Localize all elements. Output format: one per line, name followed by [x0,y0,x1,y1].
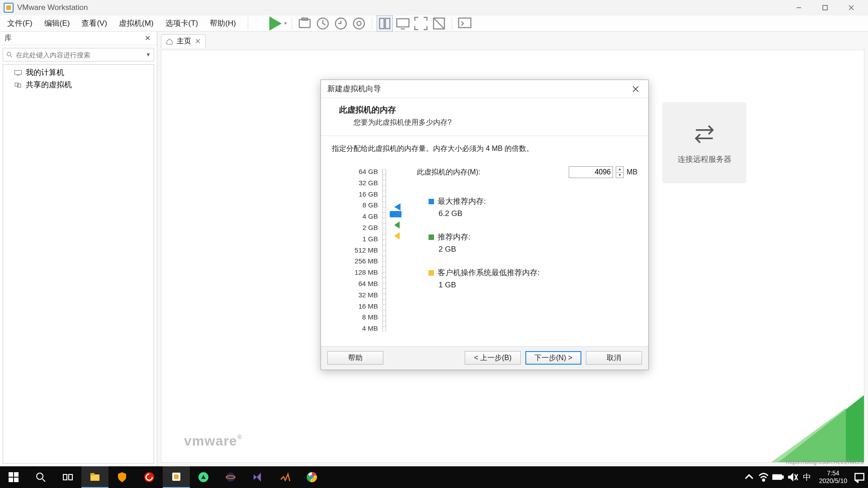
tree-my-computer[interactable]: 我的计算机 [3,66,154,79]
fullscreen-icon[interactable] [413,15,429,32]
menu-vm[interactable]: 虚拟机(M) [116,16,156,30]
search-taskbar-icon[interactable] [27,466,54,488]
minimize-button[interactable] [786,0,812,15]
dialog-close-button[interactable] [629,83,642,95]
clock[interactable]: 7:54 2020/5/10 [816,469,851,485]
svg-point-9 [354,18,364,29]
vmware-taskbar-icon[interactable] [163,466,190,488]
yellow-square-icon [429,270,434,276]
taskview-icon[interactable] [54,466,81,488]
maximize-button[interactable] [812,0,838,15]
library-close-icon[interactable]: ✕ [143,34,152,42]
svg-rect-36 [90,474,99,481]
window-titlebar: VMware Workstation [0,0,868,15]
dialog-footer: 帮助 < 上一步(B) 下一步(N) > 取消 [321,346,648,370]
volume-icon[interactable] [787,466,798,488]
snapshot-revert-icon[interactable] [333,15,349,32]
notifications-icon[interactable] [854,466,865,488]
snapshot-icon[interactable] [297,15,313,32]
menu-tabs[interactable]: 选项卡(T) [163,16,201,30]
battery-icon[interactable] [772,466,784,488]
android-studio-icon[interactable] [190,466,217,488]
clock-time: 7:54 [819,469,847,477]
svg-rect-49 [773,475,781,479]
view-single-icon[interactable] [377,15,393,32]
app-title: VMware Workstation [17,3,88,12]
recommended-marker-icon [394,221,400,229]
svg-rect-23 [18,84,21,87]
start-button[interactable] [0,466,27,488]
memory-spinner[interactable]: ▲▼ [616,166,624,178]
console-icon[interactable] [457,15,473,32]
memory-field-label: 此虚拟机的内存(M): [417,168,566,177]
chrome-icon[interactable] [298,466,326,488]
svg-rect-22 [15,83,19,86]
cancel-button[interactable]: 取消 [586,351,642,365]
svg-point-46 [763,479,764,481]
ime-indicator[interactable]: 中 [801,466,813,488]
menubar: 文件(F) 编辑(E) 查看(V) 虚拟机(M) 选项卡(T) 帮助(H) ▾ [0,15,868,32]
shared-icon [14,82,22,88]
dialog-subheading: 您要为此虚拟机使用多少内存? [339,118,637,127]
snapshot-manager-icon[interactable] [351,15,367,32]
menu-edit[interactable]: 编辑(E) [42,16,73,30]
svg-rect-29 [14,472,19,477]
max-recommend-label: 最大推荐内存: [438,196,486,206]
svg-rect-30 [9,478,13,482]
tab-home[interactable]: 主页 ✕ [161,34,206,48]
library-header: 库 [5,33,12,43]
svg-rect-13 [396,19,409,27]
tick-label: 32 MB [332,290,386,301]
max-recommend-value: 6.2 GB [439,209,637,218]
tick-label: 4 GB [332,211,386,222]
svg-rect-5 [299,19,310,28]
library-panel: 库 ✕ ▼ 我的计算机 共享的虚拟机 [0,32,157,466]
view-console-icon[interactable] [395,15,411,32]
menu-file[interactable]: 文件(F) [5,16,35,30]
matlab-icon[interactable] [271,466,298,488]
tray-chevron-icon[interactable] [743,466,755,488]
recommend-value: 2 GB [439,245,637,254]
visualstudio-icon[interactable] [244,466,271,488]
dialog-heading: 此虚拟机的内存 [339,104,637,115]
svg-rect-37 [90,473,94,475]
back-button[interactable]: < 上一步(B) [465,351,521,365]
library-search[interactable]: ▼ [3,48,154,61]
help-button[interactable]: 帮助 [327,351,383,365]
connect-remote-tile[interactable]: 连接远程服务器 [662,102,746,183]
power-on-button[interactable]: ▾ [265,15,287,32]
search-dropdown-icon[interactable]: ▼ [146,52,151,58]
tab-close-icon[interactable]: ✕ [195,37,201,46]
explorer-icon[interactable] [81,466,108,488]
security-icon[interactable] [108,466,136,488]
current-marker-icon[interactable] [390,211,401,217]
wifi-icon[interactable] [758,466,769,488]
tick-label: 8 MB [332,312,386,323]
recommend-label: 推荐内存: [438,232,471,242]
monitor-icon [14,70,22,76]
menu-help[interactable]: 帮助(H) [207,16,239,30]
blue-square-icon [429,199,434,204]
dialog-header: 此虚拟机的内存 您要为此虚拟机使用多少内存? [321,98,648,136]
memory-ruler[interactable] [382,169,386,332]
snapshot-take-icon[interactable] [315,15,331,32]
next-button[interactable]: 下一步(N) > [525,351,581,365]
menu-view[interactable]: 查看(V) [79,16,110,30]
search-input[interactable] [16,51,146,59]
app-icon [4,3,14,13]
home-icon [166,38,173,45]
tick-label: 1 GB [332,234,386,245]
tree-item-label: 我的计算机 [26,67,64,78]
netease-icon[interactable] [136,466,163,488]
memory-input[interactable] [569,166,613,178]
library-tree: 我的计算机 共享的虚拟机 [3,64,154,464]
tree-shared-vms[interactable]: 共享的虚拟机 [3,79,154,91]
svg-rect-28 [9,472,13,477]
svg-line-16 [434,18,444,29]
svg-rect-1 [823,5,827,10]
eclipse-icon[interactable] [217,466,244,488]
clock-date: 2020/5/10 [819,477,847,485]
close-button[interactable] [838,0,864,15]
svg-rect-20 [15,70,22,74]
unity-icon[interactable] [431,15,447,32]
